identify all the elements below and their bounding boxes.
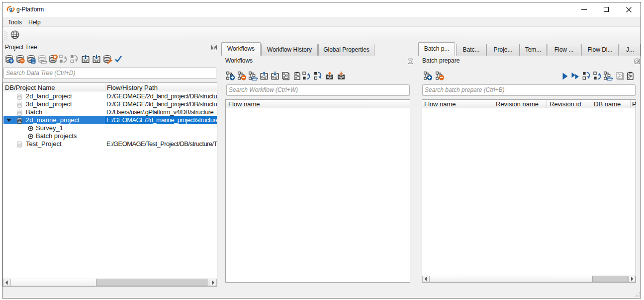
svg-text:g: g	[9, 6, 12, 12]
